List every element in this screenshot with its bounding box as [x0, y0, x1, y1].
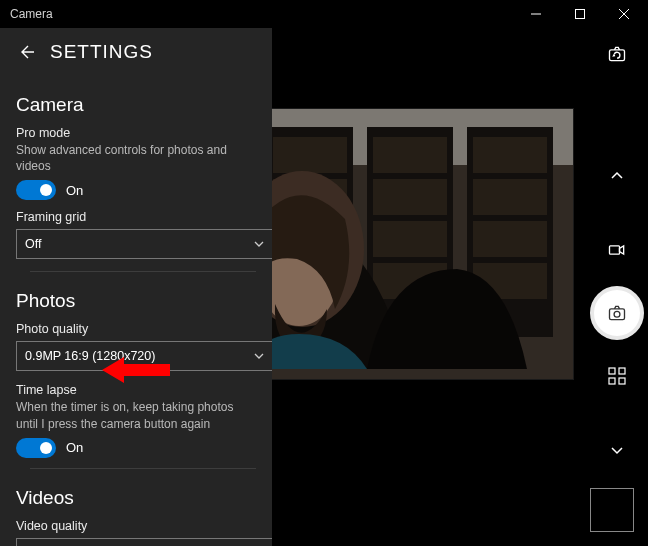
svg-rect-23	[227, 109, 573, 379]
divider	[30, 271, 256, 272]
video-mode-button[interactable]	[597, 230, 637, 270]
timelapse-desc: When the timer is on, keep taking photos…	[16, 399, 256, 431]
switch-camera-button[interactable]	[597, 34, 637, 74]
pro-mode-label: Pro mode	[16, 126, 256, 140]
chevron-up-icon[interactable]	[597, 156, 637, 196]
pro-mode-state: On	[66, 183, 83, 198]
videos-section-heading: Videos	[16, 487, 256, 509]
svg-rect-1	[576, 10, 585, 19]
svg-point-27	[614, 311, 620, 317]
svg-rect-24	[610, 50, 625, 61]
shutter-button[interactable]	[590, 286, 644, 340]
framing-grid-label: Framing grid	[16, 210, 256, 224]
settings-title: SETTINGS	[50, 41, 153, 63]
settings-panel: SETTINGS Camera Pro mode Show advanced c…	[0, 28, 272, 546]
chevron-down-icon	[253, 238, 265, 250]
svg-rect-31	[619, 378, 625, 384]
close-button[interactable]	[602, 0, 646, 28]
gallery-thumbnail[interactable]	[590, 488, 634, 532]
panorama-mode-button[interactable]	[597, 356, 637, 396]
photo-quality-dropdown[interactable]: 0.9MP 16:9 (1280x720)	[16, 341, 272, 371]
right-toolbar	[586, 28, 648, 546]
svg-rect-25	[610, 246, 620, 254]
framing-grid-value: Off	[25, 237, 41, 251]
pro-mode-desc: Show advanced controls for photos and vi…	[16, 142, 256, 174]
photo-quality-value: 0.9MP 16:9 (1280x720)	[25, 349, 155, 363]
chevron-down-icon	[253, 350, 265, 362]
back-button[interactable]	[12, 38, 40, 66]
minimize-button[interactable]	[514, 0, 558, 28]
framing-grid-dropdown[interactable]: Off	[16, 229, 272, 259]
video-quality-dropdown[interactable]: 720p 16:9 30fps	[16, 538, 272, 546]
app-title: Camera	[10, 7, 514, 21]
photos-section-heading: Photos	[16, 290, 256, 312]
pro-mode-toggle[interactable]	[16, 180, 56, 200]
camera-section-heading: Camera	[16, 94, 256, 116]
svg-rect-29	[619, 368, 625, 374]
svg-rect-26	[610, 309, 625, 320]
titlebar: Camera	[0, 0, 648, 28]
photo-quality-label: Photo quality	[16, 322, 256, 336]
svg-rect-30	[609, 378, 615, 384]
timelapse-state: On	[66, 440, 83, 455]
maximize-button[interactable]	[558, 0, 602, 28]
chevron-down-icon[interactable]	[597, 430, 637, 470]
video-quality-label: Video quality	[16, 519, 256, 533]
divider	[30, 468, 256, 469]
timelapse-toggle[interactable]	[16, 438, 56, 458]
timelapse-label: Time lapse	[16, 383, 256, 397]
camera-preview	[226, 108, 574, 380]
svg-rect-28	[609, 368, 615, 374]
